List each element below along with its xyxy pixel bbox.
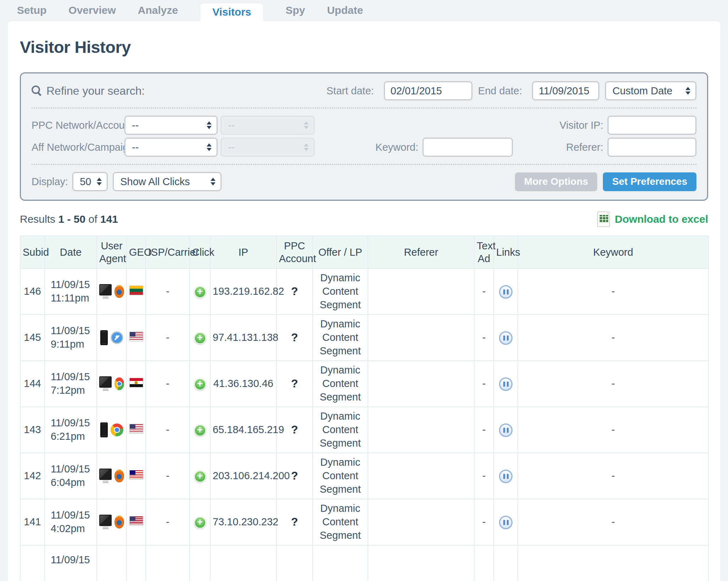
end-date-input[interactable] — [532, 81, 599, 100]
text-ad-cell: - — [474, 407, 494, 453]
offer-lp-cell: Dynamic Content Segment — [313, 315, 368, 361]
text-ad-cell: - — [474, 361, 494, 407]
keyword-label: Keyword: — [375, 142, 418, 153]
firefox-browser-icon — [114, 285, 124, 298]
country-flag-icon — [130, 516, 143, 525]
clicks-filter-select[interactable]: Show All Clicks — [113, 172, 222, 191]
pause-icon[interactable] — [499, 516, 513, 529]
col-header-subid: Subid — [20, 236, 45, 269]
ip-cell: 41.36.130.46 — [210, 361, 276, 407]
text-ad-cell: - — [474, 315, 494, 361]
pause-icon[interactable] — [499, 331, 513, 345]
tab-visitors[interactable]: Visitors — [200, 3, 264, 21]
aff-network-value: -- — [132, 142, 139, 153]
geo-cell — [127, 499, 146, 545]
pause-icon[interactable] — [499, 377, 513, 391]
table-row: 141 11/09/15 4:02pm - 73.10.230.232 ? Dy… — [20, 499, 709, 545]
country-flag-icon — [130, 470, 143, 479]
refine-search-box: Refine your search: Start date: End date… — [20, 72, 708, 201]
ip-cell: 97.41.131.138 — [210, 315, 276, 361]
aff-campaign-select: -- — [220, 138, 315, 157]
referer-input[interactable] — [607, 138, 696, 157]
ppc-network-select[interactable]: -- — [124, 116, 218, 135]
country-flag-icon — [130, 286, 143, 295]
col-header-date: Date — [45, 236, 97, 269]
date-value: 11/09/15 — [51, 416, 94, 430]
aff-campaign-value: -- — [228, 142, 235, 153]
desktop-device-icon — [99, 376, 112, 388]
top-tab-bar: Setup Overview Analyze Visitors Spy Upda… — [0, 0, 728, 21]
display-count-value: 50 — [80, 176, 91, 188]
ip-cell — [210, 545, 276, 581]
display-count-select[interactable]: 50 — [72, 172, 108, 191]
more-options-button[interactable]: More Options — [515, 172, 597, 191]
pause-icon[interactable] — [499, 470, 513, 483]
pause-icon[interactable] — [499, 285, 513, 299]
start-date-label: Start date: — [326, 85, 374, 97]
tab-setup[interactable]: Setup — [17, 0, 46, 21]
click-cell — [190, 545, 210, 581]
pause-icon[interactable] — [499, 424, 513, 437]
tab-update[interactable]: Update — [327, 0, 363, 21]
user-agent-cell — [97, 361, 127, 407]
firefox-browser-icon — [114, 516, 124, 529]
results-range: 1 - 50 — [58, 213, 85, 225]
select-arrows-icon — [685, 87, 690, 95]
geo-cell — [127, 269, 146, 315]
offer-lp-cell: Dynamic Content Segment — [313, 453, 368, 499]
ppc-account-value: -- — [228, 120, 235, 131]
links-cell — [494, 269, 518, 315]
offer-lp-cell: Dynamic Content Segment — [313, 407, 368, 453]
set-preferences-button[interactable]: Set Preferences — [603, 172, 696, 191]
text-ad-cell: - — [474, 499, 494, 545]
subid-cell: 146 — [20, 269, 45, 315]
keyword-cell: - — [518, 315, 709, 361]
start-date-input[interactable] — [384, 81, 472, 100]
click-plus-icon — [194, 516, 206, 529]
phone-device-icon — [100, 330, 108, 345]
col-header-isp: ISP/Carrier — [146, 236, 190, 269]
search-icon — [32, 85, 42, 96]
aff-network-select[interactable]: -- — [124, 138, 218, 157]
download-to-excel-link[interactable]: Download to excel — [597, 211, 708, 227]
referer-cell — [368, 453, 474, 499]
select-arrows-icon — [304, 143, 309, 151]
country-flag-icon — [130, 378, 143, 387]
table-row: 143 11/09/15 6:21pm - 65.184.165.219 ? D… — [20, 407, 709, 453]
tab-overview[interactable]: Overview — [68, 0, 116, 21]
col-header-referer: Referer — [368, 236, 474, 269]
ppc-account-cell — [276, 545, 313, 581]
date-cell: 11/09/15 6:04pm — [45, 453, 97, 499]
subid-cell: 142 — [20, 453, 45, 499]
referer-cell — [368, 315, 474, 361]
keyword-input[interactable] — [422, 138, 513, 157]
isp-cell: - — [146, 361, 190, 407]
visitor-ip-input[interactable] — [607, 116, 696, 135]
subid-cell — [20, 545, 45, 581]
subid-cell: 144 — [20, 361, 45, 407]
date-range-select[interactable]: Custom Date — [605, 81, 696, 100]
date-cell: 11/09/15 11:11pm — [45, 269, 97, 315]
aff-network-label: Aff Network/Campaign: — [32, 142, 120, 153]
offer-lp-cell: Dynamic Content Segment — [313, 361, 368, 407]
ppc-account-cell: ? — [276, 499, 313, 545]
click-plus-icon — [194, 470, 206, 483]
geo-cell — [127, 453, 146, 499]
geo-cell — [127, 361, 146, 407]
keyword-cell: - — [518, 453, 709, 499]
col-header-ppc-account: PPC Account — [276, 236, 313, 269]
table-row: 145 11/09/15 9:11pm - 97.41.131.138 ? Dy… — [20, 315, 709, 361]
safari-browser-icon — [111, 331, 123, 344]
refine-search-title: Refine your search: — [32, 84, 145, 98]
col-header-geo: GEO — [127, 236, 146, 269]
tab-spy[interactable]: Spy — [286, 0, 305, 21]
excel-file-icon — [597, 211, 610, 227]
content-panel: Visitor History Refine your search: Star… — [7, 21, 721, 581]
referer-cell — [368, 407, 474, 453]
geo-cell — [127, 315, 146, 361]
page-title: Visitor History — [20, 37, 708, 57]
click-plus-icon — [194, 332, 206, 344]
results-total: 141 — [100, 213, 118, 225]
tab-analyze[interactable]: Analyze — [138, 0, 178, 21]
isp-cell: - — [146, 453, 190, 499]
